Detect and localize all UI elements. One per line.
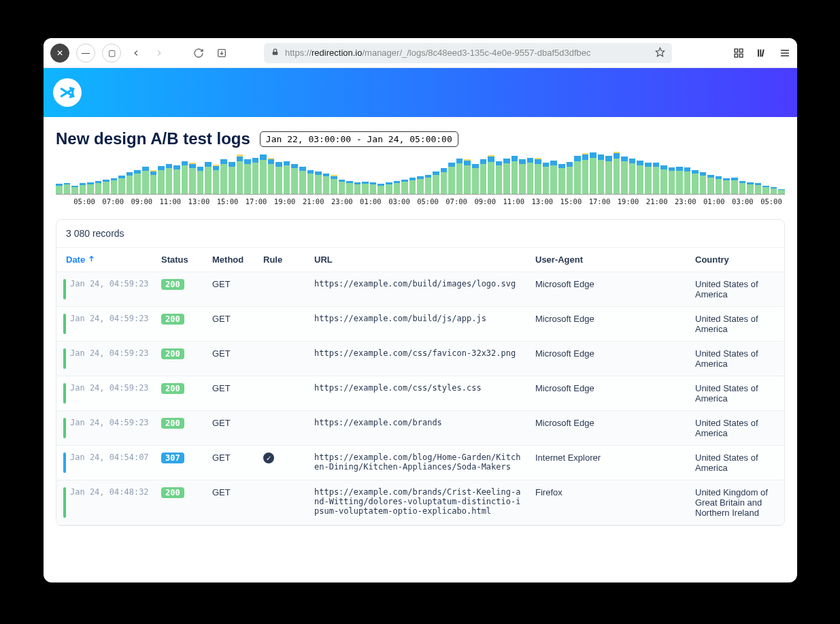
chart-bar[interactable] [346,181,353,194]
chart-bar[interactable] [87,182,94,194]
table-row[interactable]: Jan 24, 04:59:23200GEThttps://example.co… [56,307,784,342]
chart-bar[interactable] [268,158,275,194]
chart-bar[interactable] [558,164,565,194]
chart-bar[interactable] [637,161,643,194]
chart-bar[interactable] [535,158,541,194]
chart-bar[interactable] [64,183,71,194]
chart-bar[interactable] [158,166,165,194]
address-bar[interactable]: https://redirection.io/manager/_/logs/8c… [264,43,672,63]
chart-bar[interactable] [614,152,620,194]
chart-bar[interactable] [496,161,503,194]
chart-bar[interactable] [252,158,259,194]
chart-bar[interactable] [71,186,78,194]
chart-bar[interactable] [660,165,667,194]
chart-bar[interactable] [173,165,180,194]
chart-bar[interactable] [220,159,227,194]
chart-bar[interactable] [511,156,518,194]
chart-bar[interactable] [480,159,487,194]
table-row[interactable]: Jan 24, 04:48:32200GEThttps://example.co… [56,480,784,525]
chart-bar[interactable] [723,178,730,194]
col-country[interactable]: Country [695,254,775,265]
chart-bar[interactable] [676,167,683,194]
chart-bar[interactable] [142,167,149,194]
chart-bar[interactable] [213,165,220,194]
chart-bar[interactable] [567,162,573,194]
table-row[interactable]: Jan 24, 04:59:23200GEThttps://example.co… [56,376,784,411]
chart-bar[interactable] [598,154,605,194]
chart-bar[interactable] [747,182,754,194]
window-minimize-button[interactable]: — [76,44,95,63]
chart-bar[interactable] [629,159,636,194]
chart-bar[interactable] [441,168,448,194]
library-icon[interactable] [756,48,767,59]
chart-bar[interactable] [291,164,298,194]
chart-bar[interactable] [692,170,699,194]
bookmark-star-icon[interactable] [655,47,665,59]
chart-bar[interactable] [275,162,282,194]
chart-bar[interactable] [299,167,306,194]
chart-bar[interactable] [118,176,125,194]
chart-bar[interactable] [260,154,267,194]
chart-bar[interactable] [778,189,785,194]
chart-bar[interactable] [56,184,63,194]
chart-bar[interactable] [197,167,204,194]
chart-bar[interactable] [409,178,416,194]
chart-bar[interactable] [95,181,102,194]
chart-bar[interactable] [315,171,322,194]
chart-bar[interactable] [472,164,479,194]
chart-bar[interactable] [527,158,534,194]
col-date[interactable]: Date [66,254,161,265]
table-row[interactable]: Jan 24, 04:59:23200GEThttps://example.co… [56,272,784,307]
chart-bar[interactable] [653,163,660,194]
chart-bar[interactable] [237,154,243,194]
chart-bar[interactable] [762,186,769,194]
chart-bar[interactable] [755,183,762,194]
chart-bar[interactable] [448,163,455,194]
chart-bar[interactable] [716,176,722,194]
col-url[interactable]: URL [314,254,535,265]
chart-bar[interactable] [707,175,714,194]
reload-button[interactable] [190,45,207,61]
chart-bar[interactable] [150,170,157,194]
chart-bar[interactable] [386,182,392,194]
chart-bar[interactable] [189,163,196,194]
chart-bar[interactable] [401,180,408,194]
chart-bar[interactable] [645,163,652,194]
chart-bar[interactable] [464,159,471,194]
table-row[interactable]: Jan 24, 04:59:23200GEThttps://example.co… [56,342,784,376]
forward-button[interactable] [151,45,167,61]
app-logo[interactable] [53,78,82,107]
chart-bar[interactable] [331,175,337,194]
chart-bar[interactable] [621,157,628,194]
chart-bar[interactable] [182,161,188,194]
chart-bar[interactable] [339,180,346,194]
chart-bar[interactable] [284,161,290,194]
chart-bar[interactable] [370,182,377,194]
chart-bar[interactable] [417,176,424,194]
chart-bar[interactable] [394,181,401,194]
hamburger-menu-icon[interactable] [779,48,790,59]
chart-bar[interactable] [731,178,738,194]
back-button[interactable] [128,45,144,61]
chart-bar[interactable] [519,159,526,194]
window-close-button[interactable]: ✕ [50,44,69,63]
chart-bar[interactable] [700,172,707,194]
chart-bar[interactable] [503,159,510,194]
chart-bar[interactable] [684,167,691,194]
col-user-agent[interactable]: User-Agent [535,254,695,265]
apps-grid-icon[interactable] [733,48,744,59]
chart-bar[interactable] [488,155,494,194]
chart-bar[interactable] [362,182,369,194]
traffic-chart[interactable]: 05:0007:0009:0011:0013:0015:0017:0019:00… [56,154,785,206]
chart-bar[interactable] [80,183,86,194]
col-rule[interactable]: Rule [263,254,314,265]
chart-bar[interactable] [229,162,235,194]
chart-bar[interactable] [166,164,173,194]
chart-bar[interactable] [771,187,777,194]
chart-bar[interactable] [590,152,597,194]
chart-bar[interactable] [111,178,118,194]
chart-bar[interactable] [134,170,141,194]
table-row[interactable]: Jan 24, 04:54:07307GET✓https://example.c… [56,446,784,480]
chart-bar[interactable] [425,175,432,194]
chart-bar[interactable] [354,182,361,194]
